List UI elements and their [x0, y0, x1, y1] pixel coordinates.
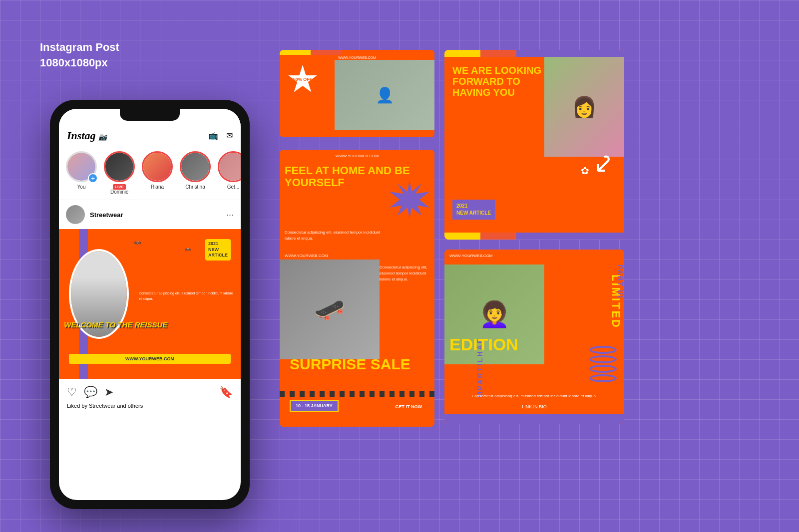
card-top-left-inner: WWW.YOURWEB.COM 👤 50% OFF: [280, 50, 434, 137]
card2-photo-person: 👩: [544, 57, 624, 157]
card4-link[interactable]: LINK IN BIO: [522, 404, 547, 409]
phone-notch: [120, 109, 180, 121]
phone-screen: Instag 📷 📺 ✉ + Y: [59, 109, 241, 500]
card-top-left: WWW.YOURWEB.COM 👤 50% OFF: [280, 50, 434, 137]
card2-bot-strip-yellow: [444, 233, 480, 240]
card2-strip-yellow: [444, 50, 480, 57]
phone-post-content: 2021NEWARTICLE 🦇 🦇 WELCOME TO THE REISSU…: [59, 229, 241, 379]
ring-1: [589, 346, 617, 354]
like-icon[interactable]: ♡: [67, 386, 77, 399]
ring-2: [589, 355, 617, 363]
ig-header-icons: 📺 ✉: [208, 131, 233, 140]
story-item-get[interactable]: Get...: [218, 151, 241, 195]
story-label-riana: Riana: [151, 184, 164, 190]
card1-photo: 👤: [335, 60, 434, 130]
phone-post-badge: 2021NEWARTICLE: [205, 239, 231, 261]
phone-frame: Instag 📷 📺 ✉ + Y: [50, 100, 250, 509]
stories-container: + You LIVE Dominic: [59, 146, 241, 200]
share-icon[interactable]: ➤: [104, 386, 113, 399]
phone-post-url: WWW.YOURWEB.COM: [69, 354, 231, 364]
card4-part-text: PART III: [616, 265, 624, 299]
card-top-right: 👩 WE ARE LOOKING FORWARD TO HAVING YOU ↩…: [444, 50, 624, 240]
ring-4: [589, 374, 617, 382]
card3-url: WWW.YOURWEB.COM: [280, 150, 434, 162]
card2-badge-text: NEW ARTICLE: [456, 210, 491, 216]
post-avatar: [66, 205, 85, 224]
card2-strip-purple: [516, 50, 624, 57]
story-item-you[interactable]: + You: [66, 151, 97, 195]
phone-post-body: Consectetur adipiscing elit, eiusmod tem…: [139, 291, 236, 301]
comment-icon[interactable]: 💬: [84, 386, 97, 399]
card-surprise-body: Consectetur adipiscing elit, eiusmod tem…: [380, 265, 429, 282]
send-icon[interactable]: ✉: [226, 131, 233, 140]
card4-body: Consectetur adipiscing elit, eiusmod tem…: [449, 393, 619, 399]
card2-flower-icon: ✿: [581, 165, 589, 177]
phone-post-headline: WELCOME TO THE REISSUE: [64, 320, 231, 329]
card4-edition-text: EDITION: [449, 335, 518, 354]
story-item-christina[interactable]: Christina: [180, 151, 211, 195]
card4-url: WWW.YOURWEB.COM: [444, 250, 624, 262]
card2-bot-strip-red: [480, 233, 516, 240]
story-label-christina: Christina: [185, 184, 205, 190]
post-more-button[interactable]: ···: [226, 210, 234, 220]
live-badge: LIVE: [112, 184, 126, 190]
page-title: Instagram Post 1080x1080px: [40, 40, 119, 71]
bat-icon-1: 🦇: [134, 239, 141, 246]
story-item-dominic[interactable]: LIVE Dominic: [104, 151, 135, 195]
bookmark-icon[interactable]: 🔖: [219, 386, 233, 399]
strip-orange: [342, 50, 434, 55]
tv-icon[interactable]: 📺: [208, 131, 218, 140]
card-surprise-teeth: [280, 391, 434, 397]
card-surprise-cta[interactable]: GET IT NOW: [393, 402, 425, 412]
strip-yellow: [280, 50, 311, 55]
card-surprise-photo-person: 🛹: [280, 260, 380, 359]
story-item-riana[interactable]: Riana: [142, 151, 173, 195]
card2-photo: 👩: [544, 57, 624, 157]
starburst-bg: [390, 180, 429, 220]
phone-mockup: Instag 📷 📺 ✉ + Y: [50, 100, 250, 509]
card-top-right-inner: 👩 WE ARE LOOKING FORWARD TO HAVING YOU ↩…: [444, 50, 624, 240]
card1-url: WWW.YOURWEB.COM: [280, 56, 434, 59]
card2-badge: 2021 NEW ARTICLE: [452, 200, 495, 220]
card4-inner: WWW.YOURWEB.COM 👩‍🦱 MPARTILHAR LIMITED P…: [444, 250, 624, 424]
instagram-logo: Instag 📷: [67, 129, 107, 142]
card2-strip-red: [480, 50, 516, 57]
strip-red: [311, 50, 342, 55]
card2-bot-strip-purple: [516, 233, 624, 240]
phone-post-actions: ♡ 💬 ➤ 🔖 Liked by Streetwear and others: [59, 379, 241, 414]
card-surprise-date-button[interactable]: 10 - 15 JANUARY: [290, 400, 339, 412]
story-label-get: Get...: [227, 184, 239, 190]
card-surprise-sale: WWW.YOURWEB.COM 🛹 Consectetur adipiscing…: [280, 250, 434, 427]
design-cards-area: WWW.YOURWEB.COM 👤 50% OFF 👩 WE: [280, 50, 769, 502]
card-strips-top: [280, 50, 434, 55]
card2-headline: WE ARE LOOKING FORWARD TO HAVING YOU: [452, 65, 542, 98]
card-surprise-photo: 🛹: [280, 260, 380, 359]
story-label-you: You: [77, 184, 86, 190]
sale-text: 50% OFF: [293, 77, 313, 82]
card2-strips-bottom: [444, 233, 624, 240]
card4-rings: [589, 344, 619, 384]
liked-text: Liked by Streetwear and others: [67, 402, 233, 410]
card1-photo-person: 👤: [335, 60, 434, 130]
add-story-button[interactable]: +: [88, 173, 98, 183]
card2-strips-top: [444, 50, 624, 57]
post-header: Streetwear ···: [59, 200, 241, 229]
bat-icon-2: 🦇: [185, 247, 191, 252]
ring-3: [589, 365, 617, 373]
post-username: Streetwear: [90, 211, 123, 219]
sale-badge: 50% OFF: [288, 65, 318, 95]
card3-starburst: [390, 180, 429, 220]
action-bar: ♡ 💬 ➤ 🔖: [67, 383, 233, 402]
card-surprise-headline: SURPRISE SALE: [290, 357, 410, 372]
card2-badge-year: 2021: [456, 203, 467, 209]
card4-bottom-bar: [444, 414, 624, 424]
card-surprise-inner: WWW.YOURWEB.COM 🛹 Consectetur adipiscing…: [280, 250, 434, 427]
card-limited-edition: WWW.YOURWEB.COM 👩‍🦱 MPARTILHAR LIMITED P…: [444, 250, 624, 424]
card3-body: Consectetur adipiscing elit, eiusmod tem…: [285, 230, 390, 242]
